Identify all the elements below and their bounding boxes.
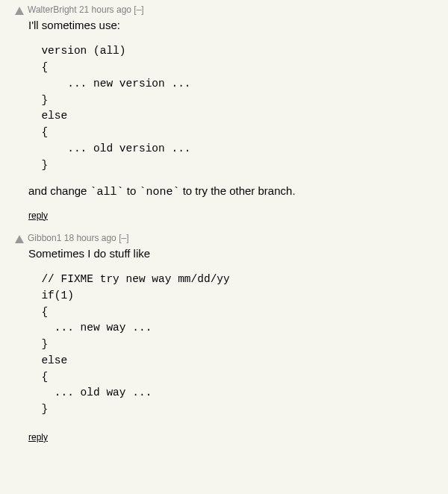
comment-age: 21 hours ago <box>79 4 131 15</box>
code-block: version (all) { ... new version ... } el… <box>28 43 441 173</box>
inline-code: `all` <box>90 186 124 198</box>
upvote-icon[interactable] <box>15 235 24 243</box>
collapse-toggle[interactable]: [–] <box>119 233 128 243</box>
reply-link[interactable]: reply <box>28 210 48 222</box>
comment-header: Gibbon1 18 hours ago [–] <box>15 233 441 243</box>
comment-body: Sometimes I do stuff like // FIXME try n… <box>28 246 441 444</box>
username-link[interactable]: Gibbon1 <box>28 233 61 243</box>
code-block: // FIXME try new way mm/dd/yy if(1) { ..… <box>28 272 441 418</box>
username-link[interactable]: WalterBright <box>28 4 77 15</box>
reply-link[interactable]: reply <box>28 431 48 443</box>
comment-text: and change `all` to `none` to try the ot… <box>28 184 441 200</box>
comment-text: Sometimes I do stuff like <box>28 246 441 261</box>
comment-body: I'll sometimes use: version (all) { ... … <box>28 18 441 222</box>
text-span: and change <box>28 184 90 197</box>
comment-meta: WalterBright 21 hours ago [–] <box>28 4 144 15</box>
comment: Gibbon1 18 hours ago [–] Sometimes I do … <box>0 228 448 450</box>
upvote-icon[interactable] <box>15 7 24 15</box>
collapse-toggle[interactable]: [–] <box>134 4 143 15</box>
comment-meta: Gibbon1 18 hours ago [–] <box>28 233 128 243</box>
inline-code: `none` <box>139 186 179 198</box>
comment-age: 18 hours ago <box>64 233 116 243</box>
text-span: to <box>124 184 140 197</box>
text-span: to try the other branch. <box>179 184 295 197</box>
comment-text: I'll sometimes use: <box>28 18 441 33</box>
comment-header: WalterBright 21 hours ago [–] <box>15 4 441 15</box>
comment: WalterBright 21 hours ago [–] I'll somet… <box>0 0 448 228</box>
